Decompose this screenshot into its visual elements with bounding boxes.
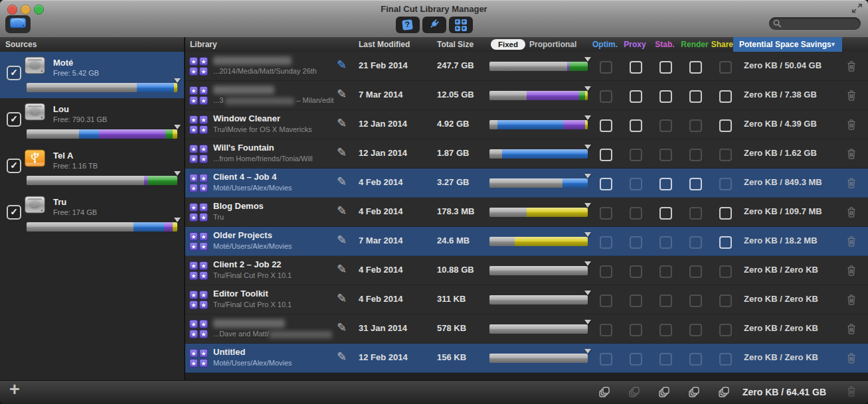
rename-pencil-icon[interactable]: ✎ [337,145,347,160]
checkbox-shared[interactable] [719,90,732,103]
checkbox-optim[interactable] [600,61,612,74]
sidebar-item-lou[interactable]: ✓LouFree: 790.31 GB [0,98,184,145]
checkbox-proxy[interactable] [630,324,642,336]
rename-pencil-icon[interactable]: ✎ [337,320,347,335]
checkbox-render[interactable] [689,207,702,220]
apply-all-optim-icon[interactable] [598,385,611,401]
checkbox-proxy[interactable] [630,295,642,307]
table-row[interactable]: ★★★★Window CleanerTru/iMovie for OS X Ma… [185,110,868,139]
checkbox-render[interactable] [689,324,702,336]
apply-all-shared-icon[interactable] [718,385,731,401]
checkbox-stab[interactable] [659,90,672,103]
trash-icon[interactable] [846,177,857,192]
trash-icon[interactable] [846,119,857,133]
checkbox-shared[interactable] [719,119,732,132]
savings-header[interactable]: Potential Space Savings ▼ [733,37,842,52]
checkbox-render[interactable] [689,90,702,103]
checkbox-proxy[interactable] [630,90,642,103]
checkbox-shared[interactable] [719,178,732,190]
checkbox-optim[interactable] [600,149,612,161]
sidebar-item-tru[interactable]: ✓TruFree: 174 GB [0,191,184,237]
rename-pencil-icon[interactable]: ✎ [337,291,347,306]
checkbox-render[interactable] [689,119,702,132]
checkbox-render[interactable] [689,353,702,366]
footer-trash-icon[interactable] [846,385,857,400]
header-toggle-optim[interactable]: Optim. [592,37,618,52]
table-row[interactable]: ★★★★Older ProjectsMoté/Users/Alex/Movies… [185,227,868,256]
checkbox-optim[interactable] [600,265,612,278]
checkbox-proxy[interactable] [630,178,642,190]
trash-icon[interactable] [846,265,857,279]
checkbox-shared[interactable] [719,149,732,161]
table-row[interactable]: ★★★★Client 4 – Job 4Moté/Users/Alex/Movi… [185,168,868,198]
rename-pencil-icon[interactable]: ✎ [337,174,347,189]
header-toggle-stab[interactable]: Stab. [655,37,674,52]
trash-icon[interactable] [846,60,857,75]
checkbox-stab[interactable] [659,119,672,132]
checkbox-stab[interactable] [659,178,672,190]
trash-icon[interactable] [846,323,857,338]
fixed-mode-toggle[interactable]: Fixed [491,39,525,50]
checkbox-shared[interactable] [719,61,732,74]
trash-icon[interactable] [846,148,857,163]
trash-icon[interactable] [846,352,857,367]
checkbox-shared[interactable] [719,236,732,249]
checkbox-optim[interactable] [600,324,612,336]
rename-pencil-icon[interactable]: ✎ [337,233,347,247]
checkbox-shared[interactable] [719,265,732,278]
checkbox-optim[interactable] [600,119,612,132]
trash-icon[interactable] [846,90,857,104]
checkbox-optim[interactable] [600,353,612,366]
trash-icon[interactable] [846,294,857,308]
help-button[interactable]: ? [396,17,420,33]
checkbox-stab[interactable] [659,207,672,220]
source-checkbox[interactable]: ✓ [7,66,21,80]
table-row[interactable]: ★★★★...2014/Media/Matt/Sunday 26th✎21 Fe… [185,52,868,81]
table-row[interactable]: ★★★★Will's Fountain...from Home/friends/… [185,139,868,168]
header-toggle-render[interactable]: Render [681,37,708,52]
search-input[interactable] [782,19,861,29]
sidebar-item-moté[interactable]: ✓MotéFree: 5.42 GB [0,52,184,98]
checkbox-stab[interactable] [659,324,672,336]
checkbox-proxy[interactable] [630,236,642,249]
checkbox-proxy[interactable] [630,119,642,132]
checkbox-shared[interactable] [719,324,732,336]
table-row[interactable]: ★★★★UntitledMoté/Users/Alex/Movies✎12 Fe… [185,344,868,373]
rename-pencil-icon[interactable]: ✎ [337,87,347,101]
checkbox-optim[interactable] [600,295,612,307]
checkbox-stab[interactable] [659,295,672,307]
checkbox-optim[interactable] [600,236,612,249]
sources-drive-button[interactable] [5,15,31,33]
checkbox-render[interactable] [689,236,702,249]
source-checkbox[interactable]: ✓ [7,112,21,127]
checkbox-stab[interactable] [659,353,672,366]
table-row[interactable]: ★★★★Client 2 – Job 22Tru/Final Cut Pro X… [185,256,868,285]
trash-icon[interactable] [846,206,857,221]
search-field[interactable] [769,17,861,30]
apply-all-stab-icon[interactable] [658,385,671,401]
table-row[interactable]: ★★★★...3 – Milan/edit✎7 Mar 201412.05 GB… [185,81,868,110]
connect-button[interactable] [422,17,446,33]
checkbox-proxy[interactable] [630,207,642,220]
table-row[interactable]: ★★★★Editor ToolkitTru/Final Cut Pro X 10… [185,285,868,314]
checkbox-optim[interactable] [600,178,612,190]
checkbox-shared[interactable] [719,207,732,220]
proportional-mode-toggle[interactable]: Proportional [529,37,576,52]
checkbox-render[interactable] [689,61,702,74]
checkbox-render[interactable] [689,295,702,307]
checkbox-stab[interactable] [659,236,672,249]
libraries-button[interactable]: ++++ [449,17,473,33]
table-row[interactable]: ★★★★...Dave and Matt/✎31 Jan 2014578 KBZ… [185,314,868,344]
checkbox-proxy[interactable] [630,265,642,278]
checkbox-proxy[interactable] [630,149,642,161]
add-source-button[interactable]: + [9,379,20,400]
rename-pencil-icon[interactable]: ✎ [337,262,347,277]
rename-pencil-icon[interactable]: ✎ [337,350,347,364]
checkbox-render[interactable] [689,265,702,278]
source-checkbox[interactable]: ✓ [7,205,21,220]
checkbox-optim[interactable] [600,207,612,220]
checkbox-shared[interactable] [719,353,732,366]
sidebar-item-tel-a[interactable]: ✓Tel AFree: 1.16 TB [0,145,184,191]
source-checkbox[interactable]: ✓ [7,159,21,173]
trash-icon[interactable] [846,236,857,250]
